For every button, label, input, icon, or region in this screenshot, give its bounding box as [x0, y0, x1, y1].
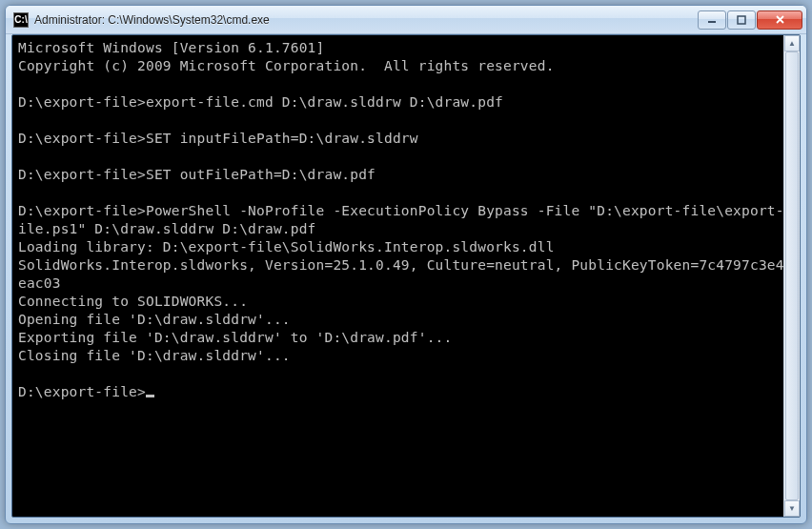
- app-icon: C:\: [13, 12, 29, 28]
- cmd-window: C:\ Administrator: C:\Windows\System32\c…: [5, 5, 807, 524]
- titlebar[interactable]: C:\ Administrator: C:\Windows\System32\c…: [6, 6, 806, 34]
- scroll-up-button[interactable]: ▲: [784, 35, 800, 51]
- scrollbar-thumb[interactable]: [785, 51, 799, 500]
- scroll-down-button[interactable]: ▼: [784, 500, 800, 517]
- scrollbar-vertical[interactable]: ▲ ▼: [783, 35, 800, 517]
- terminal-area: Microsoft Windows [Version 6.1.7601] Cop…: [11, 34, 801, 518]
- cursor: [146, 395, 154, 397]
- minimize-button[interactable]: [698, 10, 726, 30]
- maximize-icon: [737, 15, 746, 25]
- scrollbar-track[interactable]: [784, 51, 800, 500]
- maximize-button[interactable]: [727, 10, 756, 30]
- close-button[interactable]: [757, 10, 802, 30]
- terminal-output[interactable]: Microsoft Windows [Version 6.1.7601] Cop…: [12, 35, 800, 517]
- svg-rect-1: [738, 16, 745, 24]
- window-controls: [698, 10, 802, 30]
- window-title: Administrator: C:\Windows\System32\cmd.e…: [34, 13, 698, 27]
- minimize-icon: [707, 15, 717, 25]
- svg-rect-0: [708, 21, 716, 23]
- close-icon: [775, 14, 785, 25]
